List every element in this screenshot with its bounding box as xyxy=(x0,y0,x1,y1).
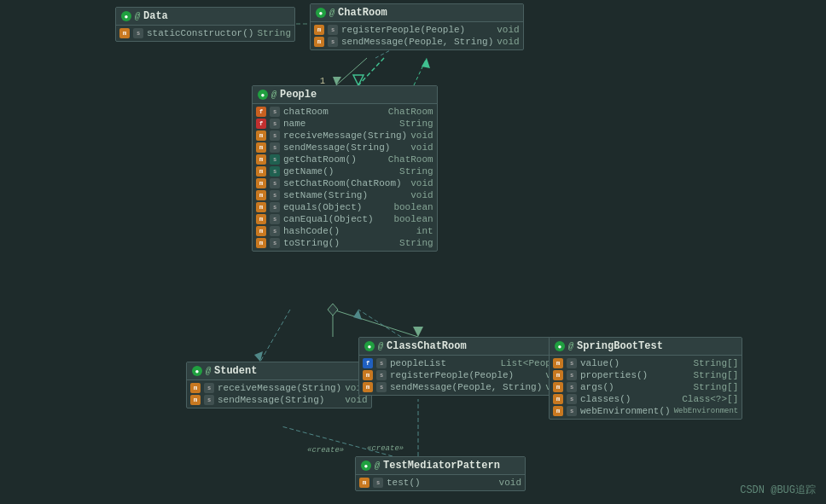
chatroom-row-0-icon: m xyxy=(314,25,324,35)
svg-line-9 xyxy=(358,310,401,337)
springboottest-class-box: ● @ SpringBootTest m s value() String[] … xyxy=(549,337,742,420)
sbt-webenv-type: WebEnvironment xyxy=(674,407,739,415)
svg-text:«create»: «create» xyxy=(367,444,404,453)
sbt-value-icon: m xyxy=(553,358,563,368)
testmediator-class-header: ● @ TestMediatorPattern xyxy=(356,457,525,475)
people-hashcode-access: s xyxy=(270,226,280,236)
people-setname-type: void xyxy=(410,190,433,200)
people-setchatroom-access: s xyxy=(270,178,280,188)
people-setname-icon: m xyxy=(256,190,266,200)
chatroom-row-1-name: sendMessage(People, String) xyxy=(341,37,493,47)
people-row-receive: m s receiveMessage(String) void xyxy=(253,130,437,142)
chatroom-body: m s registerPeople(People) void m s send… xyxy=(311,22,523,49)
student-send-access: s xyxy=(204,395,214,405)
people-field-icon: f xyxy=(256,107,266,117)
sbt-props-name: properties() xyxy=(580,370,689,380)
people-row-hashcode: m s hashCode() int xyxy=(253,225,437,237)
sbt-row-value: m s value() String[] xyxy=(550,357,742,369)
student-row-receive: m s receiveMessage(String) void xyxy=(187,382,371,394)
people-name-icon: f xyxy=(256,119,266,129)
people-row-setname: m s setName(String) void xyxy=(253,189,437,201)
people-receive-type: void xyxy=(410,130,433,141)
people-icon: ● xyxy=(258,90,268,100)
svg-marker-2 xyxy=(333,77,341,85)
student-body: m s receiveMessage(String) void m s send… xyxy=(187,380,371,408)
people-field-access: s xyxy=(270,107,280,117)
people-canequal-type: boolean xyxy=(393,214,433,224)
svg-line-6 xyxy=(333,310,418,337)
sbt-row-classes: m s classes() Class<?>[] xyxy=(550,393,742,405)
testmediator-test-name: test() xyxy=(387,478,496,488)
springboottest-class-header: ● @ SpringBootTest xyxy=(550,338,742,356)
classchatroom-class-header: ● @ ClassChatRoom xyxy=(359,338,572,356)
svg-line-1 xyxy=(336,58,367,85)
student-row-send: m s sendMessage(String) void xyxy=(187,394,371,406)
classchatroom-row-people: f s peopleList List<People> xyxy=(359,357,572,369)
chatroom-row-0: m s registerPeople(People) void xyxy=(311,24,523,36)
svg-line-17 xyxy=(414,58,427,85)
people-row-equals: m s equals(Object) boolean xyxy=(253,201,437,213)
svg-marker-10 xyxy=(353,310,362,320)
sbt-value-name: value() xyxy=(580,358,689,368)
data-class-body: m s staticConstructor() String xyxy=(116,26,294,41)
people-field-name: name xyxy=(283,119,396,129)
svg-line-11 xyxy=(282,426,393,456)
springboottest-class-name: SpringBootTest xyxy=(577,340,663,352)
testmediator-body: m s test() void xyxy=(356,475,525,490)
people-send-type: void xyxy=(410,142,433,153)
student-class-box: ● @ Student m s receiveMessage(String) v… xyxy=(186,362,372,408)
chatroom-row-0-access: s xyxy=(328,25,338,35)
people-tostring-name: toString() xyxy=(283,238,396,248)
people-equals-type: boolean xyxy=(393,202,433,212)
sbt-classes-icon: m xyxy=(553,394,563,404)
data-row-0-type: String xyxy=(257,28,291,38)
springboottest-body: m s value() String[] m s properties() St… xyxy=(550,356,742,419)
data-class-name: Data xyxy=(143,10,168,22)
student-icon: ● xyxy=(192,366,202,376)
people-tostring-type: String xyxy=(399,238,433,248)
people-receive-access: s xyxy=(270,130,280,141)
sbt-args-name: args() xyxy=(580,382,689,392)
student-class-header: ● @ Student xyxy=(187,362,371,380)
classchatroom-class-box: ● @ ClassChatRoom f s peopleList List<Pe… xyxy=(358,337,573,396)
people-hashcode-name: hashCode() xyxy=(283,226,413,236)
people-row-name: f s name String xyxy=(253,118,437,130)
data-row-0-access: s xyxy=(133,28,143,38)
people-getchatroom-access: s xyxy=(270,154,280,165)
people-row-getname: m s getName() String xyxy=(253,165,437,177)
classchatroom-people-access: s xyxy=(376,358,387,368)
chatroom-row-0-name: registerPeople(People) xyxy=(341,25,493,35)
testmediator-row-test: m s test() void xyxy=(356,477,525,489)
people-setname-name: setName(String) xyxy=(283,190,407,200)
people-equals-name: equals(Object) xyxy=(283,202,390,212)
data-row-0-icon: m xyxy=(119,28,130,38)
people-class-box: ● @ People f s chatRoom ChatRoom f s nam… xyxy=(252,85,438,252)
sbt-webenv-icon: m xyxy=(553,406,563,416)
people-row-chatroom: f s chatRoom ChatRoom xyxy=(253,106,437,118)
people-setchatroom-icon: m xyxy=(256,178,266,188)
chatroom-row-1-access: s xyxy=(328,37,338,47)
people-getname-name: getName() xyxy=(283,166,396,177)
chatroom-row-1-icon: m xyxy=(314,37,324,47)
student-class-name: Student xyxy=(214,365,257,377)
chatroom-class-header: ● @ ChatRoom xyxy=(311,4,523,22)
people-equals-icon: m xyxy=(256,202,266,212)
classchatroom-people-name: peopleList xyxy=(390,358,497,368)
student-receive-access: s xyxy=(204,383,214,393)
student-stereotype: @ xyxy=(206,367,211,376)
student-send-type: void xyxy=(345,395,367,405)
data-row-0: m s staticConstructor() String xyxy=(116,27,294,39)
svg-marker-16 xyxy=(353,75,364,85)
sbt-value-type: String[] xyxy=(693,358,738,368)
sbt-classes-type: Class<?>[] xyxy=(682,394,738,404)
data-class-box: ● @ Data m s staticConstructor() String xyxy=(115,7,295,42)
people-getchatroom-type: ChatRoom xyxy=(388,154,433,165)
people-class-header: ● @ People xyxy=(253,86,437,104)
testmediator-test-icon: m xyxy=(359,478,369,488)
student-receive-icon: m xyxy=(190,383,201,393)
people-row-send: m s sendMessage(String) void xyxy=(253,142,437,154)
sbt-webenv-name: webEnvironment() xyxy=(580,406,671,416)
people-send-name: sendMessage(String) xyxy=(283,142,407,153)
sbt-args-access: s xyxy=(567,382,577,392)
people-row-canequal: m s canEqual(Object) boolean xyxy=(253,213,437,225)
